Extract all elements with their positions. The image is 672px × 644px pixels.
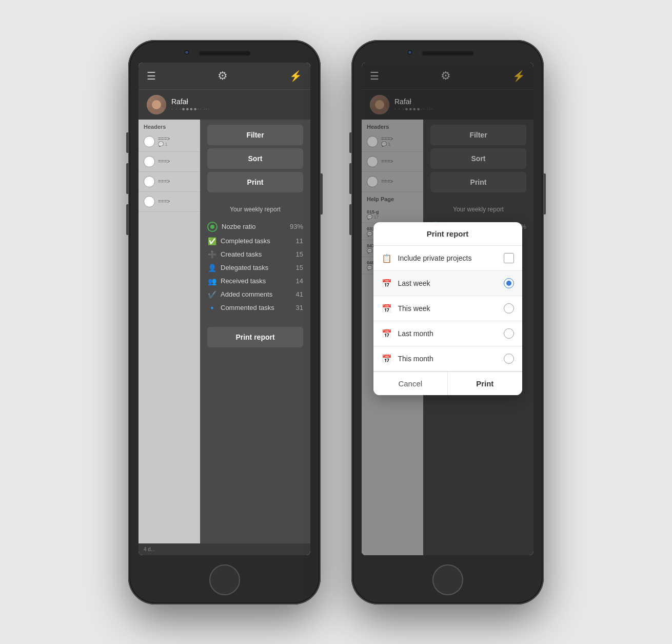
user-name-1: Rafał xyxy=(171,97,302,106)
side-btn-vol-down xyxy=(126,204,128,235)
modal-this-week-row[interactable]: 📅 This week xyxy=(373,296,522,321)
weekly-report-1: Your weekly report Nozbe ratio 93% xyxy=(200,198,310,323)
modal-last-week-row[interactable]: 📅 Last week xyxy=(373,271,522,296)
completed-icon: ✅ xyxy=(207,237,216,245)
gear-icon-1[interactable]: ⚙ xyxy=(218,69,228,83)
sidebar-radio-1-4[interactable] xyxy=(144,196,155,207)
received-label: Received tasks xyxy=(221,277,266,285)
last-month-radio[interactable] xyxy=(504,328,514,339)
this-month-icon: 📅 xyxy=(382,354,392,364)
print-report-modal: Print report 📋 Include private projects xyxy=(373,222,522,395)
user-info-1: Rafał · · ·●●●●·· ··· xyxy=(171,97,302,112)
sort-button-1[interactable]: Sort xyxy=(207,148,303,169)
avatar-face-1 xyxy=(147,95,166,114)
this-week-radio[interactable] xyxy=(504,303,514,314)
modal-title: Print report xyxy=(373,222,522,246)
last-week-label: Last week xyxy=(398,279,504,287)
report-completed: ✅ Completed tasks 11 xyxy=(207,235,303,248)
include-private-checkbox[interactable] xyxy=(504,253,514,263)
main-panel-1: Filter Sort Print Your weekly report Noz… xyxy=(200,120,310,543)
side-btn-power-2 xyxy=(544,173,546,214)
filter-button-1[interactable]: Filter xyxy=(207,125,303,145)
comments-icon: ✔️ xyxy=(207,290,216,299)
modal-footer: Cancel Print xyxy=(373,372,522,395)
last-week-radio[interactable] xyxy=(504,278,514,288)
this-week-label: This week xyxy=(398,304,504,313)
headers-label-1: Headers xyxy=(139,120,200,132)
phone-speaker xyxy=(199,51,250,55)
report-commented: 🔹 Commented tasks 31 xyxy=(207,301,303,315)
created-icon: ➕ xyxy=(207,250,216,259)
screen-split-1: Headers ===> 💬 1 ===> xyxy=(139,120,310,543)
commented-value: 31 xyxy=(296,304,303,311)
completed-label: Completed tasks xyxy=(221,237,270,245)
report-item-left-ratio: Nozbe ratio xyxy=(207,222,255,232)
phone-2: ☰ ⚙ ⚡ Rafał · · ·●●●●·· ··· xyxy=(351,40,544,604)
phone-camera xyxy=(184,49,190,55)
nozbe-ratio-label: Nozbe ratio xyxy=(222,223,255,230)
report-comments: ✔️ Added comments 41 xyxy=(207,288,303,301)
delegated-icon: 👤 xyxy=(207,264,216,272)
print-report-button-1[interactable]: Print report xyxy=(207,327,303,347)
created-value: 15 xyxy=(296,250,303,258)
report-item-left-delegated: 👤 Delegated tasks xyxy=(207,264,268,272)
side-btn-vol-up xyxy=(126,163,128,194)
created-label: Created tasks xyxy=(221,250,262,258)
modal-print-button[interactable]: Print xyxy=(448,372,522,395)
nozbe-ratio-value: 93% xyxy=(290,223,303,230)
sidebar-item-1-1[interactable]: ===> 💬 1 xyxy=(139,132,200,152)
phone-camera-2 xyxy=(407,49,413,55)
phone-1: ☰ ⚙ ⚡ Rafał · · ·●●●●·· ··· xyxy=(128,40,321,604)
report-received: 👥 Received tasks 14 xyxy=(207,275,303,288)
side-btn-vol-up-2 xyxy=(349,163,351,194)
sidebar-radio-1-3[interactable] xyxy=(144,176,155,187)
home-button-2[interactable] xyxy=(432,564,463,595)
nozbe-ratio-icon xyxy=(207,222,218,232)
report-nozbe-ratio: Nozbe ratio 93% xyxy=(207,219,303,235)
report-item-left-commented: 🔹 Commented tasks xyxy=(207,304,274,312)
screen-content-2: ☰ ⚙ ⚡ Rafał · · ·●●●●·· ··· xyxy=(362,63,533,555)
side-btn-mute xyxy=(126,132,128,153)
side-btn-power xyxy=(321,173,323,214)
this-month-label: This month xyxy=(398,355,504,363)
received-icon: 👥 xyxy=(207,277,216,285)
sidebar-radio-1-2[interactable] xyxy=(144,156,155,167)
report-item-left-comments: ✔️ Added comments xyxy=(207,290,272,299)
sidebar-item-1-3[interactable]: ===> xyxy=(139,172,200,192)
print-button-1[interactable]: Print xyxy=(207,172,303,192)
comments-value: 41 xyxy=(296,290,303,298)
avatar-1 xyxy=(147,95,166,114)
last-month-label: Last month xyxy=(398,329,504,338)
modal-overlay: Print report 📋 Include private projects xyxy=(362,120,533,555)
this-week-icon: 📅 xyxy=(382,304,392,314)
phone-1-screen: ☰ ⚙ ⚡ Rafał · · ·●●●●·· ··· xyxy=(139,63,310,555)
home-button-1[interactable] xyxy=(209,564,240,595)
sidebar-item-1-4[interactable]: ===> xyxy=(139,192,200,212)
sidebar-item-1-2[interactable]: ===> xyxy=(139,152,200,172)
sidebar-panel-1: Headers ===> 💬 1 ===> xyxy=(139,120,200,543)
side-btn-vol-down-2 xyxy=(349,204,351,235)
modal-cancel-button[interactable]: Cancel xyxy=(373,372,448,395)
sidebar-text-1-1: ===> xyxy=(158,136,170,142)
this-month-radio[interactable] xyxy=(504,354,514,364)
sidebar-text-1-2: ===> xyxy=(158,159,170,164)
last-month-icon: 📅 xyxy=(382,329,392,339)
delegated-value: 15 xyxy=(296,264,303,271)
modal-include-private-row[interactable]: 📋 Include private projects xyxy=(373,246,522,271)
sidebar-radio-1-1[interactable] xyxy=(144,136,155,147)
modal-this-month-row[interactable]: 📅 This month xyxy=(373,346,522,372)
delegated-label: Delegated tasks xyxy=(221,264,268,271)
modal-last-month-row[interactable]: 📅 Last month xyxy=(373,321,522,346)
sidebar-text-1-3: ===> xyxy=(158,179,170,184)
screen-split-2: Headers ===> 💬 1 ===> xyxy=(362,120,533,555)
side-btn-mute-2 xyxy=(349,132,351,153)
completed-value: 11 xyxy=(296,237,303,245)
action-buttons-1: Filter Sort Print xyxy=(200,120,310,198)
main-panel-2: Filter Sort Print Your weekly report Noz… xyxy=(423,120,533,555)
comments-label: Added comments xyxy=(221,290,272,298)
report-item-left-completed: ✅ Completed tasks xyxy=(207,237,270,245)
menu-icon-1[interactable]: ☰ xyxy=(147,70,156,82)
phones-container: ☰ ⚙ ⚡ Rafał · · ·●●●●·· ··· xyxy=(128,40,544,604)
lightning-icon-1[interactable]: ⚡ xyxy=(289,70,302,82)
screen-content-1: ☰ ⚙ ⚡ Rafał · · ·●●●●·· ··· xyxy=(139,63,310,555)
